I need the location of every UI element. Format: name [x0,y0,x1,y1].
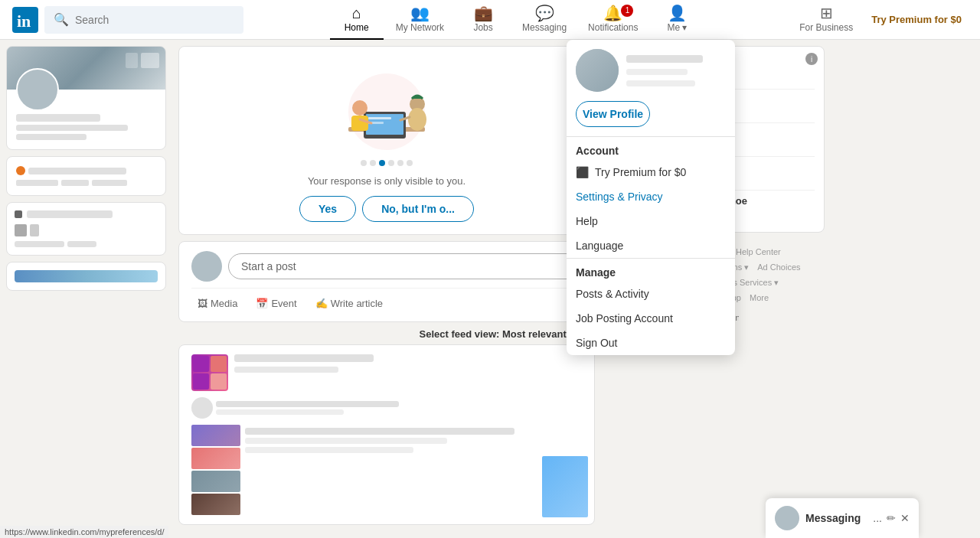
svg-point-11 [408,108,426,131]
search-input[interactable] [75,14,234,26]
nav-item-messaging[interactable]: 💬 Messaging [513,0,576,40]
network-icon: 👥 [410,5,430,21]
messaging-avatar [775,506,799,530]
center-feed: Your response is only visible to you. Ye… [172,40,601,538]
nav-item-home[interactable]: ⌂ Home [330,0,384,40]
info-icon[interactable]: i [805,53,818,65]
feed-filter-label: Select feed view: [420,328,500,340]
me-dropdown: View Profile Account ⬛ Try Premium for $… [567,40,735,355]
messaging-label: Messaging [805,512,867,524]
poll-dot-4 [388,160,394,166]
profile-name-placeholder [16,114,156,140]
poll-dot-1 [361,160,367,166]
nav-right: ⊞ For Business Try Premium for $0 [790,0,968,40]
sidebar-extra [6,202,166,256]
messaging-widget[interactable]: Messaging ... ✏ ✕ [766,498,919,538]
url-bar: https://www.linkedin.com/mypreferences/d… [0,526,168,538]
poll-dot-5 [397,160,403,166]
feed-filter: Select feed view: Most relevant first ▾ [178,328,595,340]
avatar [16,68,59,111]
media-label: Media [211,298,237,309]
messaging-compose-button[interactable]: ✏ [887,512,896,524]
composer-event-button[interactable]: 📅 Event [250,295,302,312]
nav-label-for-business: For Business [799,22,853,33]
nav-label-network: My Network [396,22,444,33]
footer-more-link[interactable]: More [750,293,769,302]
search-icon: 🔍 [54,12,69,27]
composer-input[interactable]: Start a post [228,253,582,279]
svg-point-8 [352,100,368,116]
sidebar-stats [16,180,156,186]
premium-star-icon: ⬛ [576,166,589,178]
try-premium-link[interactable]: Try Premium for $0 [865,11,968,28]
poll-card: Your response is only visible to you. Ye… [178,46,595,235]
sidebar-footer [6,262,166,291]
dropdown-help-link[interactable]: Help [567,209,735,233]
post-avatar-multicolor [191,354,228,391]
poll-yes-button[interactable]: Yes [299,196,356,222]
composer-article-button[interactable]: ✍ Write article [309,295,389,312]
svg-text:in: in [17,11,31,31]
grid-icon: ⊞ [820,5,833,21]
language-label: Language [576,240,623,252]
poll-no-button[interactable]: No, but I'm o... [362,196,474,222]
left-sidebar [0,40,172,538]
composer-actions: 🖼 Media 📅 Event ✍ Write article [191,288,582,312]
linkedin-logo-icon[interactable]: in [12,7,38,33]
dropdown-try-premium[interactable]: ⬛ Try Premium for $0 [567,160,735,184]
composer-media-button[interactable]: 🖼 Media [191,295,243,312]
dropdown-language-link[interactable]: Language [567,233,735,258]
nav-label-notifications: Notifications [588,22,638,33]
settings-label: Settings & Privacy [576,191,663,203]
post-composer: Start a post 🖼 Media 📅 Event ✍ Write art… [178,241,595,322]
media-icon: 🖼 [198,298,207,309]
poll-illustration [179,47,594,160]
dropdown-profile-section [567,40,735,101]
poll-dot-3 [379,160,385,166]
messaging-icon: 💬 [535,5,554,21]
footer-adchoices-link[interactable]: Ad Choices [757,262,800,272]
nav-label-jobs: Jobs [473,22,492,33]
illustration-svg [318,62,456,154]
poll-response-text: Your response is only visible to you. [179,175,594,196]
me-icon: 👤 [668,5,687,21]
dropdown-settings-link[interactable]: Settings & Privacy [567,184,735,209]
poll-dot-2 [370,160,376,166]
job-posting-label: Job Posting Account [576,312,673,324]
composer-avatar [191,251,222,282]
event-icon: 📅 [256,298,268,309]
footer-help-link[interactable]: Help Center [736,247,781,256]
nav-item-network[interactable]: 👥 My Network [387,0,453,40]
notifications-icon: 🔔 [603,5,622,21]
dropdown-manage-title: Manage [567,259,735,282]
dropdown-posts-activity[interactable]: Posts & Activity [567,282,735,306]
main-layout: Your response is only visible to you. Ye… [0,40,980,538]
try-premium-dropdown-label: Try Premium for $0 [595,166,686,178]
notification-badge: 1 [621,5,633,17]
dropdown-avatar [576,49,619,92]
messaging-actions: ... ✏ ✕ [873,512,910,524]
svg-rect-6 [368,117,391,119]
event-label: Event [271,298,296,309]
messaging-close-button[interactable]: ✕ [900,512,910,524]
dropdown-account-title: Account [567,137,735,160]
post-header [179,345,594,397]
article-label: Write article [331,298,383,309]
write-article-icon: ✍ [315,298,328,309]
dropdown-job-posting[interactable]: Job Posting Account [567,306,735,331]
nav-item-jobs[interactable]: 💼 Jobs [456,0,510,40]
svg-rect-9 [351,116,368,131]
nav-item-for-business[interactable]: ⊞ For Business [790,0,862,40]
sidebar-promo [6,156,166,196]
navbar: in 🔍 ⌂ Home 👥 My Network 💼 Jobs 💬 Messag… [0,0,980,40]
nav-item-notifications[interactable]: 🔔 1 Notifications [579,0,647,40]
nav-item-me[interactable]: 👤 Me ▾ [650,0,704,40]
dropdown-sign-out[interactable]: Sign Out [567,331,735,355]
view-profile-button[interactable]: View Profile [576,101,650,127]
messaging-ellipsis-button[interactable]: ... [873,512,882,524]
poll-options: Yes No, but I'm o... [179,196,594,234]
nav-label-messaging: Messaging [522,22,567,33]
posts-activity-label: Posts & Activity [576,288,649,300]
poll-dot-6 [407,160,413,166]
search-bar[interactable]: 🔍 [44,6,243,34]
